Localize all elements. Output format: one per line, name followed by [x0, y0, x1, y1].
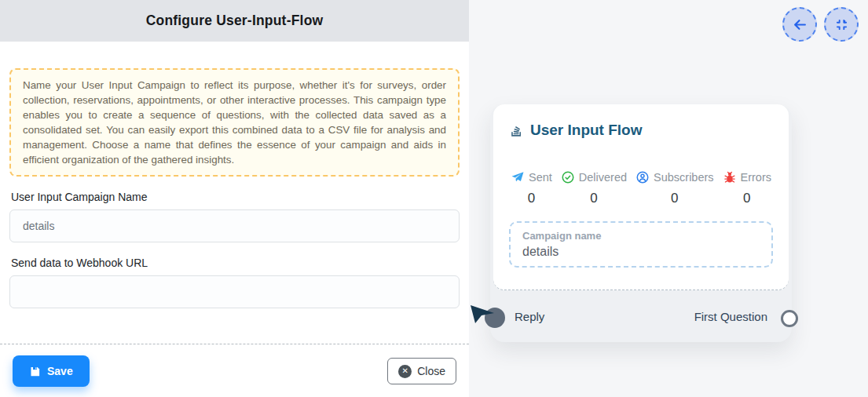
app-window: Configure User-Input-Flow Name your User… [0, 0, 868, 397]
webhook-url-label: Send data to Webhook URL [11, 257, 460, 269]
node-footer: Reply First Question [493, 290, 789, 342]
stat-delivered: Delivered 0 [561, 170, 627, 206]
save-button-label: Save [47, 365, 73, 377]
arrow-left-icon [793, 18, 807, 31]
dialog-header: Configure User-Input-Flow [0, 0, 469, 42]
bug-icon [723, 170, 737, 184]
campaign-name-label: User Input Campaign Name [11, 191, 460, 203]
reply-handle-label: Reply [515, 310, 544, 323]
dialog-title: Configure User-Input-Flow [146, 13, 324, 29]
campaign-name-input[interactable] [9, 209, 460, 242]
user-input-flow-node[interactable]: User Input Flow Sent [490, 104, 792, 342]
dialog-content: Name your User Input Campaign to reflect… [0, 42, 469, 387]
reply-connection-handle[interactable] [485, 308, 505, 328]
stat-subscribers-value: 0 [671, 191, 678, 206]
fit-view-button[interactable] [824, 7, 859, 42]
paper-plane-icon [511, 170, 525, 184]
stat-subscribers: Subscribers 0 [635, 170, 714, 206]
first-question-handle-label: First Question [694, 310, 767, 323]
info-alert: Name your User Input Campaign to reflect… [9, 68, 460, 177]
first-question-connection-handle[interactable] [781, 310, 798, 327]
save-button[interactable]: Save [13, 355, 90, 387]
stat-subscribers-label: Subscribers [654, 171, 714, 184]
footer-divider [0, 344, 469, 344]
stat-errors: Errors 0 [723, 170, 771, 206]
compress-icon [836, 19, 848, 31]
close-button[interactable]: ✕ Close [387, 358, 456, 384]
close-button-label: Close [417, 365, 445, 377]
close-icon: ✕ [398, 365, 412, 378]
stat-errors-label: Errors [741, 171, 771, 184]
stat-sent-label: Sent [529, 171, 552, 184]
stat-delivered-label: Delivered [579, 171, 627, 184]
node-title-row: User Input Flow [509, 122, 773, 139]
webhook-url-input[interactable] [9, 275, 460, 308]
stat-sent-value: 0 [528, 191, 535, 206]
back-button[interactable] [782, 7, 817, 42]
stat-sent: Sent 0 [511, 170, 552, 206]
node-stats-row: Sent 0 Delivered [509, 170, 773, 206]
person-circle-icon [635, 170, 650, 184]
check-circle-icon [561, 170, 575, 184]
campaign-name-value: details [522, 245, 760, 259]
configure-dialog: Configure User-Input-Flow Name your User… [0, 0, 469, 397]
campaign-name-placeholder: Campaign name [522, 230, 760, 242]
dialog-footer: Save ✕ Close [9, 355, 460, 387]
stat-delivered-value: 0 [590, 191, 597, 206]
stack-icon [509, 123, 524, 138]
save-icon [29, 366, 41, 377]
node-title: User Input Flow [530, 122, 643, 139]
node-campaign-name-box[interactable]: Campaign name details [509, 221, 773, 268]
node-body: User Input Flow Sent [493, 104, 789, 290]
flow-canvas[interactable]: User Input Flow Sent [469, 0, 868, 397]
stat-errors-value: 0 [743, 191, 750, 206]
